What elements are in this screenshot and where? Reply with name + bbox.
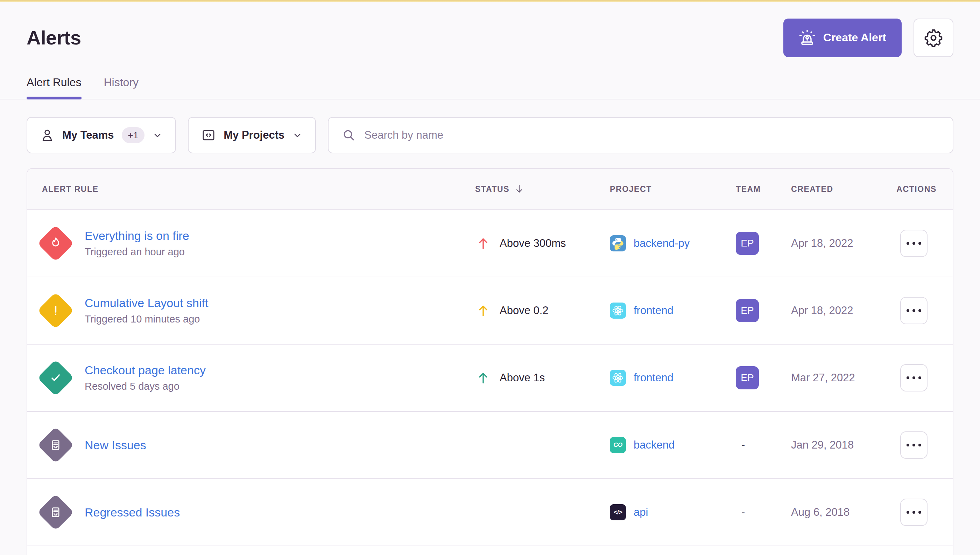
alert-rule-link[interactable]: Cumulative Layout shift bbox=[85, 296, 208, 310]
person-icon bbox=[40, 128, 54, 143]
tab-history[interactable]: History bbox=[104, 76, 139, 99]
chevron-down-icon bbox=[292, 130, 303, 140]
table-row: New Issues GO backend - Jan 29, 2018 bbox=[27, 412, 953, 479]
project-link[interactable]: frontend bbox=[634, 304, 673, 317]
ellipsis-icon bbox=[906, 242, 909, 245]
status-text: Above 1s bbox=[500, 372, 545, 384]
project-link[interactable]: backend-py bbox=[634, 237, 690, 250]
python-platform-icon bbox=[610, 235, 626, 252]
resolved-alert-diamond-icon bbox=[37, 359, 74, 396]
column-header-status-label: STATUS bbox=[475, 184, 509, 194]
sort-desc-icon bbox=[514, 183, 525, 195]
ellipsis-icon bbox=[906, 511, 909, 514]
ellipsis-icon bbox=[906, 444, 909, 446]
chevron-down-icon bbox=[152, 130, 163, 140]
table-header: ALERT RULE STATUS PROJECT TEAM CREATED A… bbox=[27, 169, 953, 210]
go-platform-icon: GO bbox=[610, 437, 626, 453]
project-link[interactable]: backend bbox=[634, 439, 675, 451]
header-actions: Create Alert bbox=[783, 19, 953, 57]
search-icon bbox=[342, 128, 356, 142]
page-title: Alerts bbox=[27, 26, 81, 49]
ellipsis-icon bbox=[906, 377, 909, 379]
tab-bar: Alert Rules History bbox=[27, 76, 953, 99]
created-date: Aug 6, 2018 bbox=[788, 506, 888, 518]
create-alert-label: Create Alert bbox=[823, 31, 886, 44]
table-row: Cumulative Layout shift Triggered 10 min… bbox=[27, 278, 953, 345]
code-folder-icon bbox=[201, 128, 216, 143]
issues-icon bbox=[48, 505, 63, 520]
my-teams-filter[interactable]: My Teams +1 bbox=[27, 117, 176, 153]
arrow-up-icon bbox=[475, 370, 491, 386]
my-projects-filter[interactable]: My Projects bbox=[188, 117, 316, 153]
column-header-team: TEAM bbox=[736, 184, 788, 194]
alert-rule-meta: Triggered an hour ago bbox=[85, 246, 189, 258]
row-actions-button[interactable] bbox=[900, 230, 927, 257]
team-none: - bbox=[736, 439, 745, 451]
critical-alert-diamond-icon bbox=[37, 225, 74, 262]
row-actions-button[interactable] bbox=[900, 499, 927, 526]
created-date: Jan 29, 2018 bbox=[788, 439, 888, 451]
status-text: Above 0.2 bbox=[500, 304, 548, 317]
column-header-status[interactable]: STATUS bbox=[475, 183, 610, 195]
column-header-alert-rule: ALERT RULE bbox=[27, 184, 475, 194]
created-date: Apr 18, 2022 bbox=[788, 304, 888, 317]
column-header-project: PROJECT bbox=[610, 184, 736, 194]
project-link[interactable]: api bbox=[634, 506, 648, 518]
alert-rule-link[interactable]: Everything is on fire bbox=[85, 229, 189, 243]
checkmark-icon bbox=[48, 370, 63, 385]
react-platform-icon bbox=[610, 303, 626, 319]
row-actions-button[interactable] bbox=[900, 297, 927, 324]
created-date: Apr 18, 2022 bbox=[788, 237, 888, 250]
search-box bbox=[328, 117, 953, 153]
flame-icon bbox=[48, 236, 63, 251]
siren-icon bbox=[799, 29, 815, 46]
go-logo-text: GO bbox=[613, 441, 622, 449]
tabs-divider bbox=[0, 99, 980, 99]
table-row: Checkout page latency Resolved 5 days ag… bbox=[27, 345, 953, 412]
my-projects-label: My Projects bbox=[224, 129, 285, 141]
code-platform-icon: </> bbox=[610, 504, 626, 520]
gear-icon bbox=[924, 29, 943, 47]
tab-alert-rules[interactable]: Alert Rules bbox=[27, 76, 82, 99]
team-badge: EP bbox=[736, 232, 759, 255]
create-alert-button[interactable]: Create Alert bbox=[783, 19, 902, 57]
my-teams-label: My Teams bbox=[62, 129, 114, 141]
alert-rule-meta: Resolved 5 days ago bbox=[85, 381, 206, 392]
issue-alert-diamond-icon bbox=[37, 494, 74, 531]
alert-rule-link[interactable]: Checkout page latency bbox=[85, 364, 206, 377]
team-badge: EP bbox=[736, 366, 759, 389]
row-actions-button[interactable] bbox=[900, 364, 927, 391]
exclamation-icon bbox=[48, 303, 63, 318]
search-input[interactable] bbox=[364, 129, 939, 141]
code-logo-text: </> bbox=[614, 508, 622, 516]
teams-count-badge: +1 bbox=[122, 127, 145, 143]
page-header: Alerts Create Alert bbox=[27, 2, 953, 58]
arrow-up-icon bbox=[475, 235, 491, 252]
react-platform-icon bbox=[610, 370, 626, 386]
status-text: Above 300ms bbox=[500, 237, 566, 250]
column-header-actions: ACTIONS bbox=[888, 184, 953, 194]
row-actions-button[interactable] bbox=[900, 431, 927, 459]
issues-icon bbox=[48, 437, 63, 453]
arrow-up-icon bbox=[475, 303, 491, 319]
alert-rule-link[interactable]: New Issues bbox=[85, 438, 146, 452]
issue-alert-diamond-icon bbox=[37, 427, 74, 464]
alert-rule-meta: Triggered 10 minutes ago bbox=[85, 313, 208, 325]
settings-button[interactable] bbox=[913, 19, 953, 57]
table-row: Everything is on fire Triggered an hour … bbox=[27, 210, 953, 278]
table-row-partial bbox=[27, 546, 953, 555]
table-row: Regressed Issues </> api - Aug 6, 2018 bbox=[27, 479, 953, 546]
team-badge: EP bbox=[736, 299, 759, 322]
alert-rules-table: ALERT RULE STATUS PROJECT TEAM CREATED A… bbox=[27, 168, 953, 555]
column-header-created: CREATED bbox=[788, 184, 888, 194]
filter-bar: My Teams +1 My Projects bbox=[27, 117, 953, 153]
alert-rule-link[interactable]: Regressed Issues bbox=[85, 505, 180, 519]
warning-alert-diamond-icon bbox=[37, 292, 74, 329]
created-date: Mar 27, 2022 bbox=[788, 372, 888, 384]
project-link[interactable]: frontend bbox=[634, 372, 673, 384]
team-none: - bbox=[736, 506, 745, 518]
ellipsis-icon bbox=[906, 309, 909, 312]
